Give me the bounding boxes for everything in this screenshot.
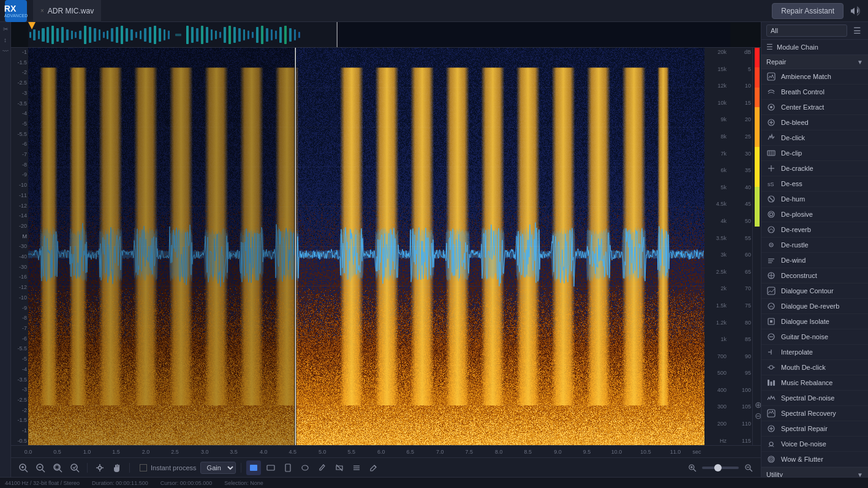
select-rect-btn[interactable] xyxy=(246,460,261,475)
status-duration: Duration: 00:00:11.500 xyxy=(92,480,148,486)
plugin-item-de-plosive[interactable]: De-plosive xyxy=(761,207,868,222)
plugin-name-mouth-de-click: Mouth De-click xyxy=(781,364,826,371)
file-tab[interactable]: × ADR MIC.wav xyxy=(33,0,101,22)
spectral-recovery-icon xyxy=(766,408,776,418)
waveform-overview[interactable] xyxy=(11,22,761,48)
svg-rect-114 xyxy=(768,287,775,295)
svg-rect-14 xyxy=(84,26,86,44)
tab-close[interactable]: × xyxy=(40,7,44,14)
select-lasso-btn[interactable] xyxy=(298,460,312,475)
svg-rect-55 xyxy=(284,26,287,44)
dialogue-de-reverb-icon xyxy=(766,301,776,311)
plugin-name-de-bleed: De-bleed xyxy=(781,119,809,126)
zoom-out-btn[interactable] xyxy=(33,460,48,475)
plugin-list: Ambience Match Breath Control Center Ext… xyxy=(761,69,868,467)
spectrogram-canvas[interactable] xyxy=(28,48,704,445)
svg-line-68 xyxy=(59,470,62,472)
plugin-item-de-clip[interactable]: De-clip xyxy=(761,146,868,161)
svg-rect-42 xyxy=(224,27,226,43)
tool-waveform[interactable]: 〰 xyxy=(1,47,10,55)
zoom-in-time-btn[interactable] xyxy=(685,460,700,475)
plugin-item-de-rustle[interactable]: De-rustle xyxy=(761,238,868,253)
plugin-item-de-bleed[interactable]: De-bleed xyxy=(761,115,868,130)
select-freq-btn[interactable] xyxy=(281,460,295,475)
gain-dropdown[interactable]: Gain xyxy=(200,462,236,474)
spectrogram-main[interactable] xyxy=(28,48,704,445)
svg-rect-125 xyxy=(768,380,769,386)
plugin-item-de-wind[interactable]: De-wind xyxy=(761,253,868,268)
speaker-icon[interactable] xyxy=(848,4,863,18)
repair-assistant-button[interactable]: Repair Assistant xyxy=(772,3,843,19)
plugin-item-de-crackle[interactable]: De-crackle xyxy=(761,161,868,176)
instant-process-checkbox[interactable] xyxy=(140,464,147,471)
svg-rect-20 xyxy=(111,28,113,42)
plugin-item-wow-flutter[interactable]: Wow & Flutter xyxy=(761,452,868,467)
plugin-item-center-extract[interactable]: Center Extract xyxy=(761,100,868,115)
pencil-tool-btn[interactable] xyxy=(366,460,381,475)
center-section: -1 -1.5 -2 -2.5 -3 -3.5 -4 -5 -5.5 -6 -7… xyxy=(11,48,761,445)
select-brush-btn[interactable] xyxy=(315,460,330,475)
time-10.0: 10.0 xyxy=(611,449,622,455)
utility-label: Utility xyxy=(766,471,783,477)
hand-tool-btn[interactable] xyxy=(110,460,124,475)
time-6.5: 6.5 xyxy=(406,449,414,455)
tool-scissors[interactable]: ✂ xyxy=(1,24,10,33)
plugin-name-wow-flutter: Wow & Flutter xyxy=(781,456,823,463)
zoom-out-time-btn[interactable] xyxy=(741,460,756,475)
bottom-toolbar: Instant process Gain xyxy=(11,457,761,477)
plugin-item-de-hum[interactable]: De-hum xyxy=(761,192,868,207)
zoom-in-btn[interactable] xyxy=(16,460,31,475)
module-chain-row[interactable]: ☰ Module Chain xyxy=(761,40,868,55)
plugin-item-voice-de-noise[interactable]: Voice De-noise xyxy=(761,437,868,452)
toolbar-right xyxy=(685,460,756,475)
time-10.5: 10.5 xyxy=(640,449,651,455)
tab-bar: × ADR MIC.wav xyxy=(33,0,772,22)
zoom-in-spectral[interactable]: ⊕ xyxy=(755,400,761,410)
plugin-item-deconstruct[interactable]: Deconstruct xyxy=(761,268,868,283)
time-4.0: 4.0 xyxy=(260,449,268,455)
plugin-item-dialogue-isolate[interactable]: Dialogue Isolate xyxy=(761,314,868,329)
plugin-item-spectral-recovery[interactable]: Spectral Recovery xyxy=(761,406,868,421)
plugin-item-de-ess[interactable]: sS De-ess xyxy=(761,176,868,192)
plugin-item-mouth-de-click[interactable]: Mouth De-click xyxy=(761,360,868,375)
utility-header[interactable]: Utility ▼ xyxy=(761,468,868,477)
select-deselect-btn[interactable] xyxy=(332,460,347,475)
svg-rect-26 xyxy=(140,31,142,39)
dialogue-isolate-icon xyxy=(766,317,776,326)
select-time-btn[interactable] xyxy=(263,460,278,475)
svg-rect-23 xyxy=(126,28,128,42)
plugin-item-spectral-repair[interactable]: Spectral Repair xyxy=(761,421,868,437)
plugin-item-de-click[interactable]: De-click xyxy=(761,130,868,146)
channel-list-btn[interactable] xyxy=(349,460,364,475)
plugin-item-dialogue-de-reverb[interactable]: Dialogue De-reverb xyxy=(761,299,868,314)
repair-section-header[interactable]: Repair ▼ xyxy=(761,55,868,69)
status-cursor: Cursor: 00:00:05.000 xyxy=(160,480,213,486)
plugin-item-dialogue-contour[interactable]: Dialogue Contour xyxy=(761,283,868,299)
overview-waveform-svg xyxy=(28,22,730,47)
panel-menu-btn[interactable]: ☰ xyxy=(851,24,863,37)
time-3.5: 3.5 xyxy=(230,449,238,455)
zoom-fit-btn[interactable] xyxy=(50,460,65,475)
music-rebalance-icon xyxy=(766,378,776,388)
plugin-item-interpolate[interactable]: Interpolate xyxy=(761,345,868,360)
svg-rect-3 xyxy=(33,29,36,40)
svg-rect-88 xyxy=(768,73,775,80)
svg-rect-37 xyxy=(201,26,203,44)
plugin-item-breath-control[interactable]: Breath Control xyxy=(761,84,868,100)
zoom-slider[interactable] xyxy=(702,467,739,469)
plugin-item-music-rebalance[interactable]: Music Rebalance xyxy=(761,375,868,391)
plugin-item-de-reverb[interactable]: De-reverb xyxy=(761,222,868,238)
svg-rect-13 xyxy=(79,31,81,39)
overview-canvas[interactable] xyxy=(28,22,730,47)
pan-tool-btn[interactable] xyxy=(92,460,107,475)
tool-cursor[interactable]: ↕ xyxy=(1,36,10,44)
zoom-select-btn[interactable] xyxy=(67,460,82,475)
zoom-out-spectral[interactable]: ⊖ xyxy=(755,411,761,421)
svg-rect-41 xyxy=(219,32,221,38)
plugin-item-ambience-match[interactable]: Ambience Match xyxy=(761,69,868,84)
svg-rect-15 xyxy=(89,27,91,43)
filter-dropdown[interactable]: All Repair Utility xyxy=(766,24,847,37)
plugin-name-de-clip: De-clip xyxy=(781,149,802,157)
plugin-item-spectral-de-noise[interactable]: Spectral De-noise xyxy=(761,391,868,406)
plugin-item-guitar-de-noise[interactable]: Guitar De-noise xyxy=(761,329,868,345)
